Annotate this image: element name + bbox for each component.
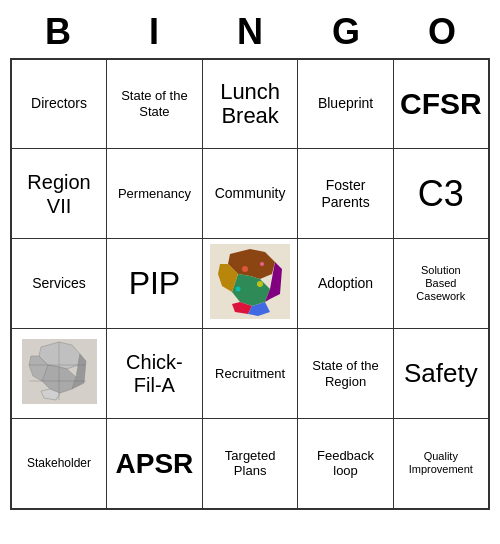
cell-r5c4: Feedbackloop — [298, 419, 393, 509]
cell-r4c5: Safety — [393, 329, 489, 419]
small-map-image — [22, 339, 97, 404]
cell-r1c3: LunchBreak — [202, 59, 298, 149]
cell-r4c4: State of the Region — [298, 329, 393, 419]
cell-r3c4: Adoption — [298, 239, 393, 329]
cell-r1c4: Blueprint — [298, 59, 393, 149]
svg-point-7 — [242, 266, 248, 272]
cell-r4c3: Recruitment — [202, 329, 298, 419]
svg-point-8 — [257, 281, 263, 287]
header-o: O — [394, 8, 490, 56]
cell-r5c1: Stakeholder — [11, 419, 107, 509]
cell-r1c1: Directors — [11, 59, 107, 149]
svg-point-10 — [260, 262, 264, 266]
header-n: N — [202, 8, 298, 56]
cell-r3c1: Services — [11, 239, 107, 329]
cell-r2c1: RegionVII — [11, 149, 107, 239]
cell-r4c2: Chick-Fil-A — [107, 329, 203, 419]
cell-r2c4: FosterParents — [298, 149, 393, 239]
header-i: I — [106, 8, 202, 56]
bingo-grid: Directors State of the State LunchBreak … — [10, 58, 490, 510]
cell-r3c3 — [202, 239, 298, 329]
cell-r2c5: C3 — [393, 149, 489, 239]
cell-r5c3: TargetedPlans — [202, 419, 298, 509]
cell-r1c5: CFSR — [393, 59, 489, 149]
bingo-header: B I N G O — [10, 8, 490, 56]
header-g: G — [298, 8, 394, 56]
cell-r3c2: PIP — [107, 239, 203, 329]
svg-point-9 — [236, 287, 241, 292]
cell-r5c5: QualityImprovement — [393, 419, 489, 509]
cell-r1c2: State of the State — [107, 59, 203, 149]
header-b: B — [10, 8, 106, 56]
center-map-image — [210, 244, 290, 319]
cell-r2c2: Permenancy — [107, 149, 203, 239]
cell-r4c1 — [11, 329, 107, 419]
cell-r2c3: Community — [202, 149, 298, 239]
cell-r3c5: SolutionBasedCasework — [393, 239, 489, 329]
cell-r5c2: APSR — [107, 419, 203, 509]
